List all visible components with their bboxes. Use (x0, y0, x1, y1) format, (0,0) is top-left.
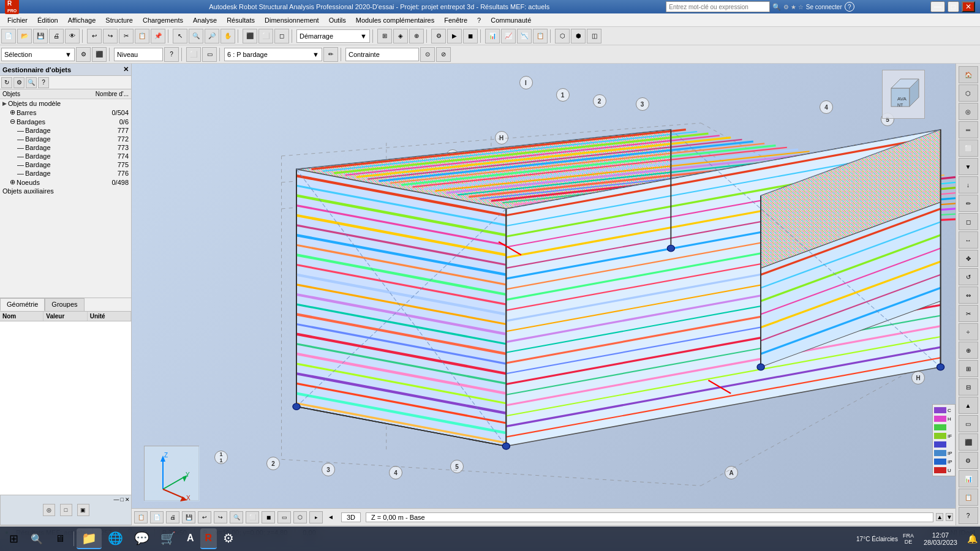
tb-new[interactable]: 📄 (1, 29, 16, 43)
view-mode-3d[interactable]: 3D (341, 512, 361, 522)
rs-btn-offset[interactable]: ⊞ (959, 360, 978, 377)
menu-chargements[interactable]: Chargements (138, 15, 188, 25)
tb-constraint-input[interactable]: Contrainte (345, 48, 419, 61)
rs-btn-erase[interactable]: ◻ (959, 213, 978, 230)
rs-btn-beam[interactable]: ═ (959, 121, 978, 138)
taskbar-app-explorer[interactable]: 📁 (77, 528, 102, 549)
view-cube[interactable]: AVA NT (882, 70, 925, 119)
tree-bardage-776[interactable]: — Bardage 776 (0, 169, 131, 178)
menu-fenetre[interactable]: Fenêtre (439, 15, 472, 25)
mini-max[interactable]: □ (121, 497, 124, 503)
rs-btn-report[interactable]: 📋 (959, 489, 978, 506)
rs-btn-array[interactable]: ⊟ (959, 378, 978, 395)
level-display[interactable]: Z = 0,00 m - Base (366, 512, 933, 522)
viewport[interactable]: I 1 2 3 4 5 H G F E D C B A 32 1 11 2 3 … (132, 64, 956, 525)
rs-btn-frame[interactable]: ⬜ (959, 140, 978, 157)
tb-analyse-3[interactable]: ◼ (463, 29, 478, 43)
tb-zoom-out[interactable]: 🔎 (205, 29, 219, 43)
maximize-button[interactable]: □ (948, 1, 959, 12)
tb-level-help[interactable]: ? (164, 47, 179, 62)
rs-btn-rotate[interactable]: ↺ (959, 268, 978, 285)
tb-copy[interactable]: 📋 (135, 29, 149, 43)
tree-bardage-773[interactable]: — Bardage 773 (0, 143, 131, 152)
tree-objets-modele[interactable]: ▶ Objets du modèle (0, 99, 131, 108)
tb-pan[interactable]: ✋ (221, 29, 235, 43)
menu-edition[interactable]: Édition (32, 15, 63, 25)
tb-results-3[interactable]: 📉 (517, 29, 532, 43)
menu-structure[interactable]: Structure (100, 15, 138, 25)
tb-constraint-btn[interactable]: ⊙ (420, 47, 435, 62)
rs-btn-support[interactable]: ▼ (959, 158, 978, 175)
taskbar-app-autocad[interactable]: A (182, 528, 199, 549)
om-filter[interactable]: ⚙ (13, 77, 24, 88)
rs-btn-merge[interactable]: ⊕ (959, 342, 978, 359)
vp-btn-11[interactable]: ⬡ (293, 511, 307, 523)
tree-bardage-775[interactable]: — Bardage 775 (0, 160, 131, 169)
obj-manager-close[interactable]: ✕ (123, 66, 129, 73)
mini-min[interactable]: — (114, 497, 119, 503)
menu-analyse[interactable]: Analyse (188, 15, 222, 25)
taskbar-notification[interactable]: 🔔 (967, 534, 978, 544)
tb-redo[interactable]: ↪ (103, 29, 118, 43)
taskbar-search[interactable]: 🔍 (26, 528, 48, 550)
rs-btn-mirror[interactable]: ⇔ (959, 287, 978, 304)
rs-btn-move[interactable]: ✥ (959, 250, 978, 267)
tb-bardage-selector[interactable]: 6 : P bardage ▼ (224, 48, 322, 61)
tb-view-front[interactable]: ▭ (202, 47, 217, 62)
tb-view-1[interactable]: ⬡ (555, 29, 570, 43)
tb-zoom-in[interactable]: 🔍 (189, 29, 203, 43)
tb-hide[interactable]: ◻ (274, 29, 289, 43)
tb-grid[interactable]: ⊞ (377, 29, 392, 43)
rs-btn-extrude[interactable]: ▲ (959, 397, 978, 414)
tb-analyse-1[interactable]: ⚙ (431, 29, 446, 43)
tb-snap[interactable]: ◈ (393, 29, 408, 43)
rs-btn-pencil[interactable]: ✏ (959, 195, 978, 212)
tb-view-2[interactable]: ⬢ (571, 29, 586, 43)
tree-bardage-777[interactable]: — Bardage 777 (0, 126, 131, 135)
menu-affichage[interactable]: Affichage (63, 15, 101, 25)
tb-save[interactable]: 💾 (33, 29, 48, 43)
rs-btn-cut[interactable]: ✂ (959, 305, 978, 322)
rs-btn-section[interactable]: ▭ (959, 415, 978, 432)
vp-btn-1[interactable]: 📋 (134, 511, 148, 523)
menu-fichier[interactable]: Fichier (2, 15, 32, 25)
tb-cut[interactable]: ✂ (119, 29, 134, 43)
tree-barres[interactable]: ⊕ Barres 0/504 (0, 108, 131, 117)
tree-bardage-772[interactable]: — Bardage 772 (0, 135, 131, 143)
vp-btn-12[interactable]: ▸ (309, 511, 323, 523)
vp-scroll-left[interactable]: ◄ (328, 514, 334, 520)
menu-modules[interactable]: Modules complémentaires (351, 15, 439, 25)
menu-outils[interactable]: Outils (324, 15, 351, 25)
menu-dimensionnement[interactable]: Dimensionnement (260, 15, 324, 25)
vp-level-down[interactable]: ▼ (946, 513, 953, 521)
om-help[interactable]: ? (38, 77, 49, 88)
tb-sel-all[interactable]: ⬛ (92, 47, 107, 62)
help-button[interactable]: ? (845, 2, 854, 12)
mini-close[interactable]: ✕ (125, 497, 130, 503)
tb-preview[interactable]: 👁 (65, 29, 80, 43)
tb-undo[interactable]: ↩ (87, 29, 102, 43)
rs-btn-house[interactable]: 🏠 (959, 66, 978, 83)
vp-btn-6[interactable]: ↪ (214, 511, 227, 523)
connect-button[interactable]: Se connecter (806, 4, 842, 10)
menu-resultats[interactable]: Résultats (222, 15, 260, 25)
rs-btn-material[interactable]: ⬛ (959, 433, 978, 451)
taskbar-app-whatsapp[interactable]: 💬 (129, 528, 154, 549)
tree-bardage-774[interactable]: — Bardage 774 (0, 152, 131, 160)
tab-groupes[interactable]: Groupes (45, 298, 84, 311)
tb-results-4[interactable]: 📋 (533, 29, 548, 43)
vp-btn-8[interactable]: ⬜ (246, 511, 259, 523)
mini-btn-2[interactable]: □ (60, 504, 72, 516)
tree-bardages[interactable]: ⊖ Bardages 0/6 (0, 117, 131, 126)
tb-wire[interactable]: ⬜ (258, 29, 273, 43)
tb-dropdown-demarrage[interactable]: Démarrage ▼ (296, 29, 370, 43)
tb-results-2[interactable]: 📈 (501, 29, 516, 43)
tb-paste[interactable]: 📌 (151, 29, 165, 43)
om-refresh[interactable]: ↻ (1, 77, 12, 88)
rs-btn-grid[interactable]: ⬡ (959, 84, 978, 102)
vp-btn-7[interactable]: 🔍 (230, 511, 243, 523)
rs-btn-divide[interactable]: ÷ (959, 323, 978, 340)
rs-btn-dimension[interactable]: ↔ (959, 231, 978, 249)
tb-bardage-edit[interactable]: ✏ (323, 47, 338, 62)
tb-analyse-2[interactable]: ▶ (447, 29, 462, 43)
